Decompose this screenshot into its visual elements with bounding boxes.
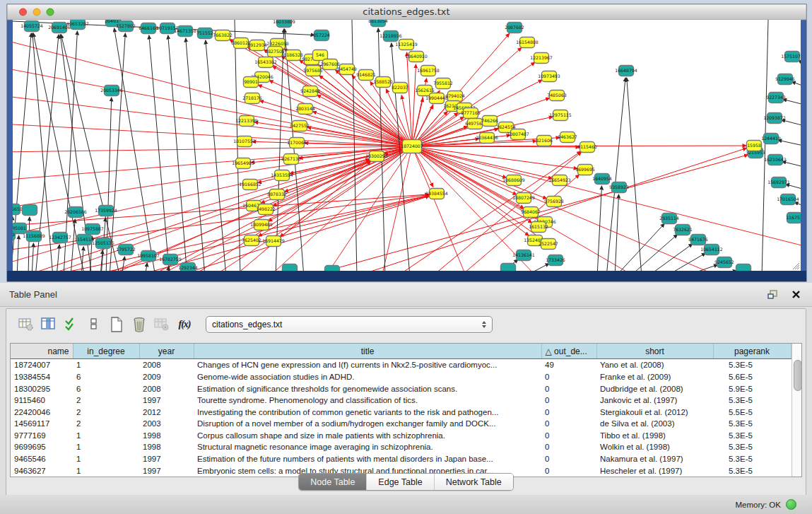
cell-out_de[interactable]: 0 (541, 418, 596, 430)
tab-edge-table[interactable]: Edge Table (366, 474, 433, 490)
cell-year[interactable]: 1997 (139, 395, 194, 407)
close-window-button[interactable] (20, 8, 27, 16)
rows-icon[interactable] (83, 313, 105, 336)
row-checks-icon[interactable] (60, 313, 83, 336)
cell-year[interactable]: 2008 (139, 359, 194, 371)
cell-short[interactable]: de Silva et al. (2003) (596, 418, 713, 430)
cell-short[interactable]: Stergiakouli et al. (2012) (596, 406, 713, 418)
cell-year[interactable]: 2003 (139, 418, 194, 430)
minimize-window-button[interactable] (33, 8, 40, 16)
cell-short[interactable]: Yano et al. (2008) (596, 359, 713, 371)
table-row[interactable]: 969969511998Structural magnetic resonanc… (11, 441, 791, 453)
cell-out_de[interactable]: 0 (541, 441, 596, 453)
column-header-out_de[interactable]: △ out_de... (541, 344, 596, 359)
table-row[interactable]: 2242004622012Investigating the contribut… (11, 406, 791, 418)
cell-out_de[interactable]: 0 (541, 371, 596, 383)
cell-pagerank[interactable]: 5.6E-5 (713, 371, 791, 383)
cell-in_degree[interactable]: 1 (73, 453, 139, 465)
table-panel-titlebar[interactable]: Table Panel (0, 283, 812, 307)
cell-pagerank[interactable]: 5.3E-5 (713, 395, 791, 407)
cell-title[interactable]: Estimation of the future numbers of pati… (194, 453, 541, 465)
cell-short[interactable]: Wolkin et al. (1998) (596, 441, 713, 453)
cell-pagerank[interactable]: 5.3E-5 (713, 453, 791, 465)
cell-in_degree[interactable]: 6 (73, 371, 139, 383)
zoom-window-button[interactable] (47, 8, 54, 16)
function-builder-icon[interactable]: f(x) (173, 313, 196, 336)
tab-node-table[interactable]: Node Table (299, 474, 366, 490)
cell-out_de[interactable]: 0 (541, 395, 596, 407)
cell-short[interactable]: Nakamura et al. (1997) (596, 453, 713, 465)
column-header-short[interactable]: short (596, 344, 713, 359)
cell-pagerank[interactable]: 5.5E-5 (713, 406, 791, 418)
memory-ok-indicator-icon[interactable] (786, 499, 796, 510)
new-table-icon[interactable] (105, 313, 128, 336)
cell-title[interactable]: Disruption of a novel member of a sodium… (194, 418, 541, 430)
cell-year[interactable]: 2009 (139, 371, 194, 383)
cell-title[interactable]: Tourette syndrome. Phenomenology and cla… (194, 395, 541, 407)
cell-title[interactable]: Genome-wide association studies in ADHD. (194, 371, 541, 383)
cell-name[interactable]: 9777169 (11, 430, 73, 442)
cell-year[interactable]: 2012 (139, 406, 194, 418)
cell-title[interactable]: Estimation of significance thresholds fo… (194, 382, 541, 395)
cell-out_de[interactable]: 0 (541, 406, 596, 418)
cell-title[interactable]: Corpus callosum shape and size in male p… (194, 430, 541, 442)
cell-name[interactable]: 14569117 (11, 418, 73, 430)
cell-pagerank[interactable]: 5.9E-5 (713, 382, 791, 395)
cell-year[interactable]: 1998 (139, 441, 194, 453)
cell-short[interactable]: Jankovic et al. (1997) (596, 395, 713, 407)
tab-network-table[interactable]: Network Table (434, 474, 513, 490)
network-view-window[interactable]: citations_edges.txt 14055724206914061065… (0, 0, 812, 283)
cell-in_degree[interactable]: 2 (73, 418, 139, 430)
cell-year[interactable]: 1997 (139, 453, 194, 465)
cell-name[interactable]: 22420046 (11, 406, 73, 418)
cell-pagerank[interactable]: 5.3E-5 (713, 441, 791, 453)
table-row[interactable]: 1830029562008Estimation of significance … (11, 382, 791, 395)
delete-table-icon[interactable] (128, 313, 151, 336)
cell-title[interactable]: Investigating the contribution of common… (194, 406, 541, 418)
cell-pagerank[interactable]: 5.3E-5 (713, 359, 791, 371)
cell-in_degree[interactable]: 6 (73, 382, 139, 395)
cell-in_degree[interactable]: 1 (73, 430, 139, 442)
cell-out_de[interactable]: 0 (541, 430, 596, 442)
table-selector-dropdown[interactable]: citations_edges.txt (206, 316, 493, 333)
close-panel-icon[interactable] (789, 289, 802, 300)
cell-in_degree[interactable]: 2 (73, 395, 139, 407)
cell-name[interactable]: 9115460 (11, 395, 73, 407)
cell-year[interactable]: 1998 (139, 430, 194, 442)
cell-name[interactable]: 18724007 (11, 359, 73, 371)
cell-out_de[interactable]: 49 (541, 359, 596, 371)
table-settings-icon[interactable] (15, 313, 37, 336)
column-header-title[interactable]: title (194, 344, 541, 359)
table-row[interactable]: 946554611997Estimation of the future num… (11, 453, 791, 465)
cell-name[interactable]: 9699695 (11, 441, 73, 453)
cell-pagerank[interactable]: 5.3E-5 (713, 430, 791, 442)
network-node[interactable] (23, 205, 37, 216)
column-header-year[interactable]: year (139, 344, 194, 359)
cell-pagerank[interactable]: 5.3E-5 (713, 418, 791, 430)
cell-name[interactable]: 19384554 (11, 371, 73, 383)
table-row[interactable]: 911546021997Tourette syndrome. Phenomeno… (11, 395, 791, 407)
column-header-name[interactable]: name (11, 344, 73, 359)
column-visibility-icon[interactable] (37, 313, 60, 336)
table-scrollbar[interactable] (792, 344, 802, 477)
cell-in_degree[interactable]: 1 (73, 441, 139, 453)
cell-short[interactable]: Tibbo et al. (1998) (596, 430, 713, 442)
network-canvas[interactable]: citations_edges.txt 14055724206914061065… (0, 0, 812, 283)
cell-out_de[interactable]: 0 (541, 382, 596, 395)
cell-in_degree[interactable]: 2 (73, 406, 139, 418)
cell-short[interactable]: Dudbridge et al. (2008) (596, 382, 713, 395)
table-row[interactable]: 977716911998Corpus callosum shape and si… (11, 430, 791, 442)
cell-name[interactable]: 9465546 (11, 453, 73, 465)
table-row[interactable]: 1872400712008Changes of HCN gene express… (11, 359, 791, 371)
cell-title[interactable]: Structural magnetic resonance image aver… (194, 441, 541, 453)
cell-title[interactable]: Changes of HCN gene expression and I(f) … (194, 359, 541, 371)
column-header-pagerank[interactable]: pagerank (713, 344, 791, 359)
cell-in_degree[interactable]: 1 (73, 359, 139, 371)
scrollbar-thumb[interactable] (794, 360, 802, 391)
cell-year[interactable]: 2008 (139, 382, 194, 395)
cell-out_de[interactable]: 0 (541, 453, 596, 465)
float-panel-icon[interactable] (767, 289, 779, 300)
table-row[interactable]: 1938455462009Genome-wide association stu… (11, 371, 791, 383)
column-header-in_degree[interactable]: in_degree (73, 344, 139, 359)
cell-name[interactable]: 18300295 (11, 382, 73, 395)
